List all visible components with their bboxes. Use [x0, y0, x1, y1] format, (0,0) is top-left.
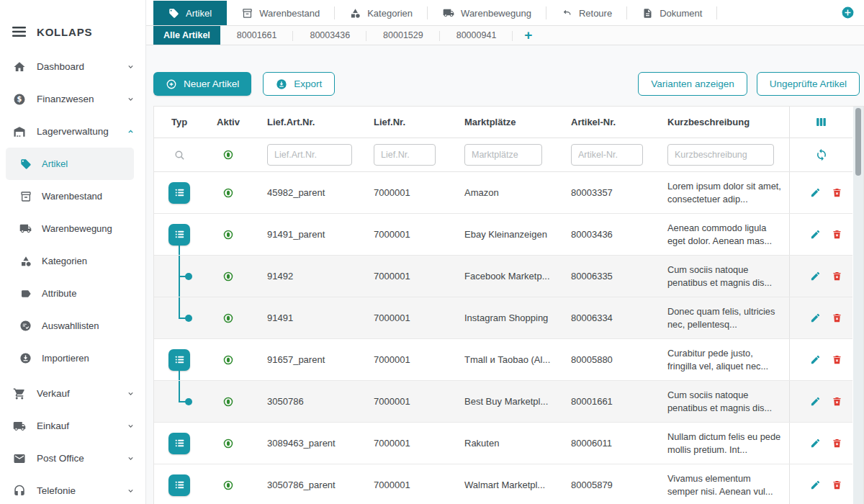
artikel-nr-cell: 80006334	[556, 297, 652, 338]
edit-icon[interactable]	[810, 312, 821, 323]
lief-art-nr-cell: 91491_parent	[252, 214, 359, 255]
add-article-tab-button[interactable]: +	[513, 26, 544, 45]
tree-connector-dot	[185, 398, 192, 405]
table-row[interactable]: 3089463_parent 7000001 Rakuten 80006011 …	[154, 423, 852, 464]
lief-nr-cell: 7000001	[359, 214, 449, 255]
aktiv-cell	[204, 381, 252, 422]
tree-connector-line	[179, 297, 180, 318]
tab-label: Kategorien	[367, 8, 413, 19]
delete-icon[interactable]	[832, 229, 842, 240]
sidebar-item-einkauf[interactable]: Einkauf	[0, 410, 145, 442]
table-row[interactable]: 3050786 7000001 Best Buy Marketpl... 800…	[154, 381, 852, 423]
sidebar-subitem-auswahllisten[interactable]: Auswahllisten	[6, 310, 134, 342]
sidebar-item-telefonie[interactable]: Telefonie	[0, 474, 145, 504]
table-row[interactable]: 3050786_parent 7000001 Walmart Marketpl.…	[154, 464, 852, 504]
tab-retoure[interactable]: Retoure	[546, 1, 627, 25]
add-module-tab-button[interactable]	[841, 6, 855, 19]
delete-icon[interactable]	[832, 271, 842, 282]
tab-article-80000941[interactable]: 80000941	[440, 26, 513, 45]
new-article-button[interactable]: Neuer Artikel	[153, 72, 251, 96]
table-body: 45982_parent 7000001 Amazon 80003357 Lor…	[154, 172, 852, 504]
export-button[interactable]: Export	[263, 72, 335, 96]
sidebar-item-verkauf[interactable]: Verkauf	[0, 377, 145, 410]
toolbar: Neuer Artikel Export Varianten anzeigen …	[153, 72, 864, 96]
aktiv-cell	[204, 339, 252, 380]
sidebar-subitem-attribute[interactable]: Attribute	[6, 277, 134, 310]
table-row[interactable]: 91491_parent 7000001 Ebay Kleinanzeigen …	[154, 214, 852, 256]
sidebar-subitem-kategorien[interactable]: Kategorien	[6, 245, 134, 277]
label-icon	[19, 288, 32, 300]
kurzbeschreibung-cell: Aenean commodo ligula eget dolor. Aenean…	[652, 214, 789, 255]
menu-hamburger-icon[interactable]	[12, 27, 26, 37]
delete-icon[interactable]	[832, 312, 842, 323]
kurzbeschreibung-cell: Curabitur pede justo, fringilla vel, ali…	[652, 339, 789, 380]
sidebar-bottom-group: Verkauf Einkauf	[0, 377, 145, 504]
delete-icon[interactable]	[832, 354, 842, 365]
table-row[interactable]: 91491 7000001 Instagram Shopping 8000633…	[154, 297, 852, 339]
lief-art-nr-filter-input[interactable]	[267, 144, 352, 166]
button-label: Export	[294, 78, 322, 89]
edit-icon[interactable]	[810, 354, 821, 365]
column-header-typ: Typ	[154, 107, 204, 138]
refresh-button[interactable]	[789, 138, 852, 171]
show-variants-button[interactable]: Varianten anzeigen	[638, 72, 747, 96]
tab-warenbestand[interactable]: Warenbestand	[227, 1, 335, 25]
edit-icon[interactable]	[810, 187, 821, 198]
filter-lief-art-nr	[252, 138, 359, 171]
tab-article-80003436[interactable]: 80003436	[293, 26, 366, 45]
tab-dokument[interactable]: Dokument	[627, 1, 717, 25]
sidebar-subitem-label: Auswahllisten	[42, 320, 99, 331]
artikel-nr-filter-input[interactable]	[571, 144, 643, 166]
sidebar-item-dashboard[interactable]: Dashboard	[0, 50, 145, 83]
column-header-aktiv: Aktiv	[204, 107, 252, 138]
filter-kurzbeschreibung	[652, 138, 789, 171]
sidebar-subitem-importieren[interactable]: Importieren	[6, 342, 134, 374]
unchecked-articles-button[interactable]: Ungeprüfte Artikel	[757, 72, 860, 96]
chevron-down-icon	[126, 486, 135, 495]
active-status-icon	[223, 438, 233, 449]
edit-icon[interactable]	[810, 229, 821, 240]
tab-article-80001529[interactable]: 80001529	[366, 26, 440, 45]
sidebar-item-post-office[interactable]: Post Office	[0, 442, 145, 474]
tab-article-80001661[interactable]: 80001661	[220, 26, 294, 45]
inventory-box-icon	[242, 8, 253, 19]
table-row[interactable]: 91657_parent 7000001 Tmall и Taobao (Al.…	[154, 339, 852, 381]
row-actions-cell	[789, 172, 852, 213]
tab-alle-artikel[interactable]: Alle Artikel	[153, 26, 220, 45]
delete-icon[interactable]	[832, 480, 842, 490]
edit-icon[interactable]	[810, 396, 821, 407]
table-filter-row	[154, 138, 852, 172]
delete-icon[interactable]	[832, 438, 842, 449]
lief-nr-filter-input[interactable]	[374, 144, 436, 166]
scrollbar-thumb[interactable]	[855, 108, 861, 176]
sidebar-item-label: Verkauf	[37, 388, 70, 399]
typ-cell	[154, 297, 204, 338]
tab-kategorien[interactable]: Kategorien	[335, 1, 428, 25]
sidebar-subitem-warenbewegung[interactable]: Warenbewegung	[6, 212, 134, 245]
marktplaetze-filter-input[interactable]	[464, 144, 542, 166]
content-area: Neuer Artikel Export Varianten anzeigen …	[146, 45, 864, 504]
sidebar-item-lagerverwaltung[interactable]: Lagerverwaltung	[0, 115, 145, 148]
table-row[interactable]: 45982_parent 7000001 Amazon 80003357 Lor…	[154, 172, 852, 214]
tab-label: Retoure	[579, 8, 612, 19]
edit-icon[interactable]	[810, 271, 821, 282]
edit-icon[interactable]	[810, 480, 821, 490]
sidebar-subitem-artikel[interactable]: Artikel	[6, 148, 134, 180]
sidebar-item-finanzwesen[interactable]: $ Finanzwesen	[0, 83, 145, 115]
sidebar-brand[interactable]: KOLLAPS	[0, 22, 145, 42]
tab-label: Warenbestand	[259, 8, 320, 19]
tab-artikel[interactable]: Artikel	[153, 1, 227, 25]
edit-icon[interactable]	[810, 438, 821, 449]
finance-dollar-icon: $	[12, 93, 26, 106]
marktplatz-cell: Instagram Shopping	[449, 297, 556, 338]
table-row[interactable]: 91492 7000001 Facebook Marketp... 800063…	[154, 256, 852, 297]
artikel-nr-cell: 80006011	[556, 423, 652, 464]
sidebar-subitem-warenbestand[interactable]: Warenbestand	[6, 180, 134, 212]
delete-icon[interactable]	[832, 396, 842, 407]
artikel-nr-cell: 80003357	[556, 172, 652, 213]
filter-aktiv-toggle[interactable]	[204, 138, 252, 171]
column-settings-button[interactable]	[789, 107, 852, 138]
delete-icon[interactable]	[832, 187, 842, 198]
kurzbeschreibung-filter-input[interactable]	[667, 144, 774, 166]
tab-warenbewegung[interactable]: Warenbewegung	[428, 1, 546, 25]
